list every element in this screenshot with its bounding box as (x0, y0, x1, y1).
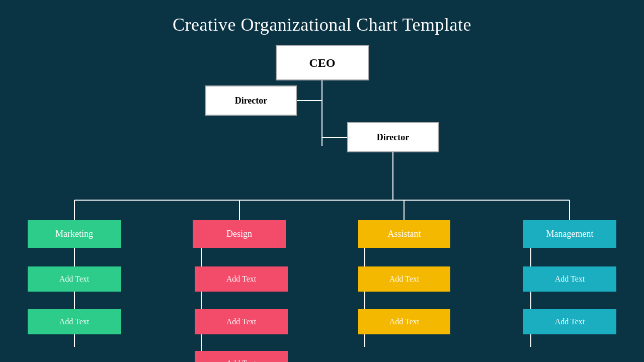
marketing-sub2-box: Add Text (28, 309, 121, 334)
design-box: Design (193, 220, 286, 248)
management-box: Management (523, 220, 616, 248)
assistant-sub2-box: Add Text (358, 309, 450, 334)
marketing-sub1-box: Add Text (28, 266, 121, 292)
design-sub2-box: Add Text (195, 309, 288, 334)
management-sub1-box: Add Text (523, 266, 616, 292)
page-title: Creative Organizational Chart Template (0, 0, 644, 35)
ceo-box: CEO (276, 45, 369, 80)
management-sub2-box: Add Text (523, 309, 616, 334)
assistant-box: Assistant (358, 220, 450, 248)
chart-area: CEO Director Director Marketing Design A… (0, 40, 644, 362)
marketing-box: Marketing (28, 220, 121, 248)
design-sub3-box: Add Text (195, 351, 288, 362)
director2-box: Director (347, 122, 439, 152)
director1-box: Director (205, 85, 297, 116)
design-sub1-box: Add Text (195, 266, 288, 292)
assistant-sub1-box: Add Text (358, 266, 450, 292)
